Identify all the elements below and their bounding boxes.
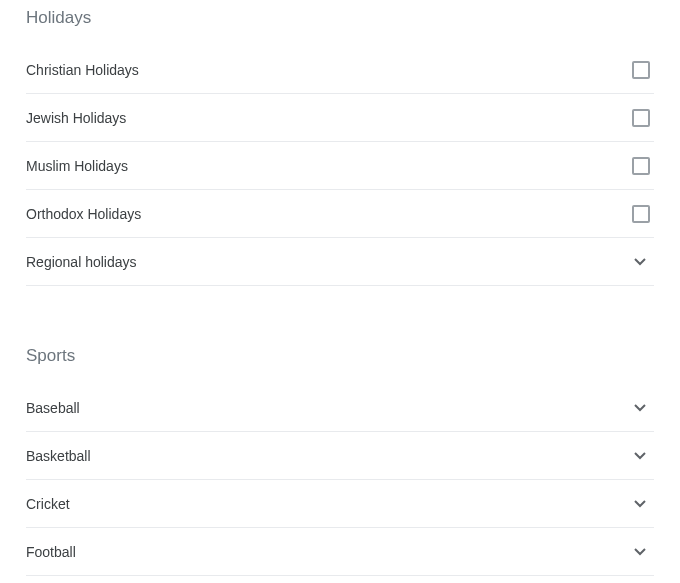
- holiday-row-jewish[interactable]: Jewish Holidays: [26, 94, 654, 142]
- checkbox-icon[interactable]: [632, 157, 650, 175]
- chevron-down-icon: [628, 444, 652, 468]
- holiday-label: Christian Holidays: [26, 62, 139, 78]
- checkbox-icon[interactable]: [632, 61, 650, 79]
- section-header-sports: Sports: [26, 286, 654, 384]
- checkbox-icon[interactable]: [632, 109, 650, 127]
- sport-label: Cricket: [26, 496, 70, 512]
- holiday-row-christian[interactable]: Christian Holidays: [26, 46, 654, 94]
- chevron-down-icon: [628, 250, 652, 274]
- holiday-row-regional[interactable]: Regional holidays: [26, 238, 654, 286]
- holiday-label: Orthodox Holidays: [26, 206, 141, 222]
- chevron-down-icon: [628, 396, 652, 420]
- sport-label: Baseball: [26, 400, 80, 416]
- sport-row-cricket[interactable]: Cricket: [26, 480, 654, 528]
- holiday-label: Jewish Holidays: [26, 110, 126, 126]
- section-header-holidays: Holidays: [26, 0, 654, 46]
- sport-label: Basketball: [26, 448, 91, 464]
- holiday-row-orthodox[interactable]: Orthodox Holidays: [26, 190, 654, 238]
- sport-row-football[interactable]: Football: [26, 528, 654, 576]
- sport-row-basketball[interactable]: Basketball: [26, 432, 654, 480]
- holiday-row-muslim[interactable]: Muslim Holidays: [26, 142, 654, 190]
- checkbox-icon[interactable]: [632, 205, 650, 223]
- chevron-down-icon: [628, 492, 652, 516]
- sport-label: Football: [26, 544, 76, 560]
- chevron-down-icon: [628, 540, 652, 564]
- sport-row-baseball[interactable]: Baseball: [26, 384, 654, 432]
- holiday-label: Muslim Holidays: [26, 158, 128, 174]
- holiday-label: Regional holidays: [26, 254, 137, 270]
